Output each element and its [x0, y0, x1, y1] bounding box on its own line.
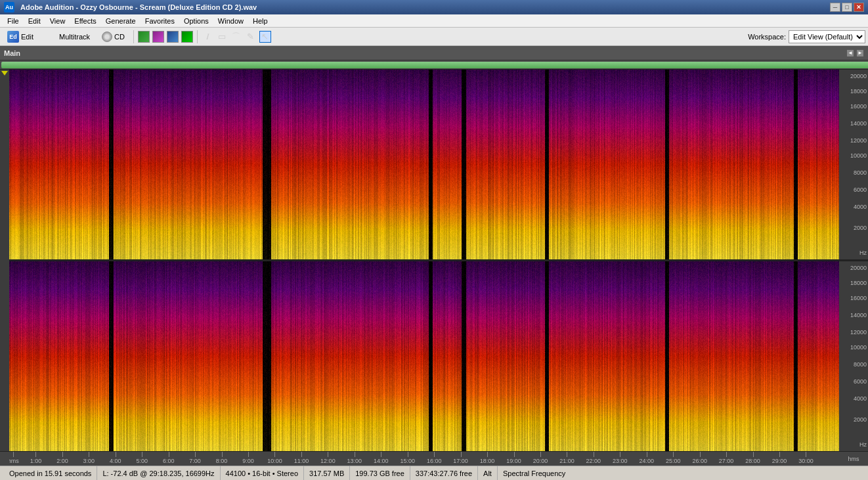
time-tick-line — [753, 452, 754, 457]
time-tick-28-00: 28:00 — [745, 458, 760, 464]
menu-item-window[interactable]: Window — [213, 16, 248, 26]
menu-item-effects[interactable]: Effects — [70, 16, 100, 26]
status-free-space: 199.73 GB free — [350, 466, 410, 480]
status-file-size: 317.57 MB — [304, 466, 350, 480]
color-btn-wave[interactable] — [152, 31, 164, 43]
cd-icon — [102, 32, 112, 42]
workspace-area: Workspace: Edit View (Default) — [748, 30, 865, 43]
time-tick-line — [222, 452, 223, 457]
time-tick-17-00: 17:00 — [453, 458, 468, 464]
time-tick-line — [673, 452, 674, 457]
timeline-label-right: hms — [848, 456, 859, 462]
time-tick-line — [328, 452, 328, 457]
panel-header: Main ◄ ► — [0, 46, 868, 60]
marker-arrow-top[interactable] — [1, 71, 8, 76]
time-tick-8-00: 8:00 — [216, 458, 228, 464]
freq-label-bot-12000: 12000 — [850, 330, 867, 336]
multitrack-icon — [45, 31, 57, 43]
menu-item-generate[interactable]: Generate — [101, 16, 141, 26]
freq-label-16000: 16000 — [850, 104, 867, 110]
canvas-top — [9, 70, 839, 259]
freq-label-bot-8000: 8000 — [854, 362, 867, 368]
paintbrush-tool[interactable]: ✎ — [245, 31, 257, 43]
time-tick-line — [540, 452, 541, 457]
close-button[interactable]: ✕ — [854, 3, 864, 12]
canvas-bottom — [9, 261, 839, 451]
menu-item-edit[interactable]: Edit — [24, 16, 45, 26]
lasso-tool[interactable]: ⌒ — [230, 31, 242, 43]
freq-label-18000: 18000 — [850, 89, 867, 95]
spectrogram-container: 2000018000160001400012000100008000600040… — [0, 70, 868, 451]
marquee-tool[interactable]: ▭ — [216, 31, 228, 43]
window-title: Adobe Audition - Ozzy Osbourne - Scream … — [20, 3, 257, 11]
menu-item-options[interactable]: Options — [179, 16, 213, 26]
time-tick-15-00: 15:00 — [400, 458, 415, 464]
scroll-thumb[interactable] — [1, 62, 868, 68]
edit-button[interactable]: Ed Edit — [3, 30, 38, 44]
status-open-msg: Opened in 15.91 seconds — [4, 466, 97, 480]
timeline: hms1:002:003:004:005:006:007:008:009:001… — [0, 451, 868, 466]
panel-nav-left[interactable]: ◄ — [846, 49, 854, 57]
color-btn-3d[interactable] — [167, 31, 179, 43]
menu-item-help[interactable]: Help — [248, 16, 272, 26]
maximize-button[interactable]: □ — [842, 3, 852, 12]
menu-item-view[interactable]: View — [45, 16, 70, 26]
freq-label-20000: 20000 — [850, 74, 867, 79]
scroll-area[interactable] — [0, 60, 868, 70]
menu-item-favorites[interactable]: Favorites — [141, 16, 179, 26]
time-tick-line — [647, 452, 647, 457]
time-tick-4-00: 4:00 — [110, 458, 121, 464]
timeline-inner: hms1:002:003:004:005:006:007:008:009:001… — [9, 452, 839, 466]
workspace-select[interactable]: Edit View (Default) — [789, 30, 865, 43]
toolbar-sep-2 — [197, 30, 198, 43]
timeline-right: hms — [839, 456, 868, 462]
status-bar: Opened in 15.91 seconds L: -72.4 dB @ 29… — [0, 466, 868, 480]
time-tick-9-00: 9:00 — [242, 458, 254, 464]
menu-bar: FileEditViewEffectsGenerateFavoritesOpti… — [0, 14, 868, 28]
minimize-button[interactable]: ─ — [830, 3, 840, 12]
time-tick-2-00: 2:00 — [56, 458, 68, 464]
time-tick-5-00: 5:00 — [136, 458, 148, 464]
time-tick-12-00: 12:00 — [320, 458, 336, 464]
spectro-panel-bottom[interactable] — [9, 261, 839, 451]
color-btn-bar[interactable] — [181, 31, 193, 43]
cd-button[interactable]: CD — [97, 30, 129, 44]
time-tick-24-00: 24:00 — [639, 458, 654, 464]
status-sample-info: 44100 • 16-bit • Stereo — [221, 466, 304, 480]
time-tick-27-00: 27:00 — [719, 458, 734, 464]
toolbar: Ed Edit Multitrack CD 𝐼 ▭ ⌒ ✎ ↖ Workspac… — [0, 28, 868, 46]
pointer-tool[interactable]: ↖ — [259, 31, 271, 43]
menu-item-file[interactable]: File — [3, 16, 24, 26]
freq-label-8000: 8000 — [854, 170, 867, 176]
time-tick-line — [806, 452, 806, 457]
freq-label-14000: 14000 — [850, 121, 867, 127]
panel-title: Main — [4, 49, 20, 57]
freq-label-bot-Hz: Hz — [859, 442, 867, 448]
freq-label-bot-18000: 18000 — [850, 280, 867, 286]
freq-label-bot-6000: 6000 — [854, 379, 867, 385]
time-tick-line — [620, 452, 620, 457]
time-tick-line — [195, 452, 196, 457]
multitrack-label: Multitrack — [59, 33, 90, 41]
time-tick-line — [381, 452, 381, 457]
time-tick-16-00: 16:00 — [427, 458, 442, 464]
selection-tool[interactable]: 𝐼 — [202, 31, 213, 43]
color-btn-spectral[interactable] — [138, 31, 150, 43]
time-tick-29-00: 29:00 — [772, 458, 787, 464]
time-tick-7-00: 7:00 — [189, 458, 201, 464]
time-tick-18-00: 18:00 — [480, 458, 495, 464]
multitrack-button[interactable]: Multitrack — [41, 30, 95, 44]
time-tick-line — [169, 452, 169, 457]
spectro-panel-top[interactable] — [9, 70, 839, 259]
cd-label: CD — [114, 33, 125, 41]
status-mode: Spectral Frequency — [498, 466, 571, 480]
time-tick-line — [487, 452, 488, 457]
time-tick-line — [408, 452, 408, 457]
toolbar-sep-1 — [133, 30, 134, 43]
panel-nav-right[interactable]: ► — [856, 49, 864, 57]
freq-label-bot-16000: 16000 — [850, 295, 867, 301]
time-tick-1-00: 1:00 — [30, 458, 42, 464]
freq-label-Hz: Hz — [859, 250, 867, 256]
time-tick-line — [567, 452, 567, 457]
freq-right-panel: 2000018000160001400012000100008000600040… — [839, 70, 868, 451]
